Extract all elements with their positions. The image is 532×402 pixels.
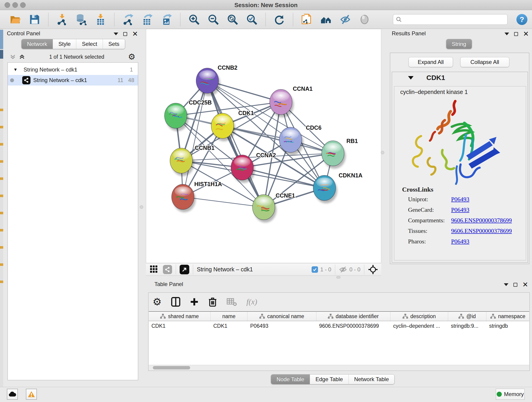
background-strip bbox=[0, 29, 3, 387]
network-edge-CCNB2-HIST1H1A[interactable] bbox=[183, 81, 207, 197]
tab-edge-table[interactable]: Edge Table bbox=[310, 375, 349, 384]
network-canvas[interactable]: CCNB2CCNA1CDC25BCDK1CDC6RB1CCNB1CCNA2CDK… bbox=[146, 29, 381, 263]
expand-all-button[interactable]: Expand All bbox=[409, 57, 453, 67]
network-node-CCNB2[interactable] bbox=[196, 68, 220, 96]
table-panel-close-icon[interactable]: ✕ bbox=[522, 282, 528, 287]
network-node-HIST1H1A[interactable] bbox=[172, 184, 196, 212]
fit-selected-crosshair-icon[interactable] bbox=[368, 264, 378, 274]
tab-string[interactable]: String bbox=[446, 39, 472, 49]
cell-shared-name[interactable]: CDK1 bbox=[149, 321, 210, 331]
control-panel-close-icon[interactable]: ✕ bbox=[132, 32, 138, 36]
import-network-icon[interactable] bbox=[56, 14, 68, 25]
add-column-icon[interactable] bbox=[190, 298, 199, 306]
network-node-CCNA2[interactable] bbox=[231, 155, 255, 183]
table-type-tabs: Node Table Edge Table Network Table bbox=[271, 374, 394, 384]
crosslink-tissues[interactable]: 9606.ENSP00000378699 bbox=[451, 228, 512, 238]
memory-button[interactable]: Memory bbox=[496, 389, 525, 400]
network-node-CDC25B[interactable] bbox=[165, 103, 189, 131]
warning-icon bbox=[28, 391, 35, 397]
network-row-selected[interactable]: String Network – cdk1 11 48 bbox=[8, 75, 138, 85]
cell-id[interactable]: stringdb:9... bbox=[448, 321, 486, 331]
control-panel-collapse-icon[interactable] bbox=[114, 32, 118, 35]
expand-all-networks-icon[interactable] bbox=[9, 53, 16, 60]
tab-sets[interactable]: Sets bbox=[103, 39, 125, 49]
import-network-from-database-icon[interactable] bbox=[76, 14, 87, 25]
zoom-out-icon[interactable] bbox=[208, 14, 219, 25]
table-panel-title: Table Panel bbox=[154, 281, 183, 287]
open-in-new-window-icon[interactable] bbox=[180, 265, 189, 274]
network-node-CCNE1[interactable] bbox=[253, 195, 277, 223]
collapse-all-networks-icon[interactable] bbox=[19, 53, 25, 60]
cell-canonical-name[interactable]: P06493 bbox=[247, 321, 317, 331]
tab-network[interactable]: Network bbox=[22, 39, 53, 49]
hide-graphics-details-icon[interactable] bbox=[340, 14, 351, 25]
help-icon[interactable]: ? bbox=[516, 14, 527, 25]
cell-database-identifier[interactable]: 9606.ENSP00000378699 bbox=[317, 321, 390, 331]
column-header-id[interactable]: @id bbox=[448, 312, 486, 321]
clone-network-icon[interactable] bbox=[301, 14, 312, 25]
collapse-all-button[interactable]: Collapse All bbox=[460, 57, 509, 67]
control-panel-float-icon[interactable] bbox=[123, 32, 127, 36]
tree-collapse-icon[interactable]: ▼ bbox=[13, 67, 18, 72]
column-header-name[interactable]: name bbox=[210, 312, 247, 321]
delete-column-icon[interactable] bbox=[208, 297, 217, 307]
cell-namespace[interactable]: stringdb bbox=[486, 321, 529, 331]
results-panel-collapse-icon[interactable] bbox=[505, 32, 509, 35]
network-options-gear-icon[interactable]: ⚙ bbox=[128, 53, 135, 60]
crosslink-genecard[interactable]: P06493 bbox=[451, 206, 469, 217]
network-node-RB1[interactable] bbox=[322, 141, 346, 169]
tab-node-table[interactable]: Node Table bbox=[271, 375, 310, 384]
network-column-icon bbox=[490, 314, 496, 319]
column-header-database-identifier[interactable]: database identifier bbox=[317, 312, 390, 321]
open-session-icon[interactable] bbox=[10, 14, 21, 25]
left-splitter-handle[interactable] bbox=[140, 205, 143, 209]
zoom-selected-icon[interactable] bbox=[246, 14, 258, 25]
export-table-icon[interactable] bbox=[142, 14, 153, 25]
search-input[interactable] bbox=[404, 16, 502, 23]
network-node-CCNA1[interactable] bbox=[270, 89, 294, 117]
crosslink-pharos[interactable]: P06493 bbox=[451, 238, 469, 249]
network-node-CDK1[interactable] bbox=[211, 113, 235, 141]
string-panel-toggle-icon[interactable] bbox=[163, 265, 172, 274]
zoom-in-icon[interactable] bbox=[188, 14, 200, 25]
node-sheen bbox=[255, 197, 272, 207]
table-horizontal-scrollbar[interactable] bbox=[149, 365, 529, 370]
status-bar: Memory bbox=[0, 387, 532, 402]
table-panel-float-icon[interactable] bbox=[513, 283, 517, 287]
cell-name[interactable]: CDK1 bbox=[210, 321, 247, 331]
refresh-icon[interactable] bbox=[273, 14, 285, 25]
tab-style[interactable]: Style bbox=[53, 39, 76, 49]
table-options-gear-icon[interactable]: ⚙ bbox=[152, 297, 162, 307]
home-networks-icon[interactable] bbox=[320, 14, 332, 25]
warning-status-button[interactable] bbox=[26, 389, 37, 400]
right-splitter-handle[interactable] bbox=[381, 151, 384, 154]
table-panel-collapse-icon[interactable] bbox=[504, 283, 508, 286]
selected-checkbox-icon[interactable] bbox=[312, 266, 318, 273]
crosslink-uniprot[interactable]: P06493 bbox=[451, 196, 469, 206]
tab-select[interactable]: Select bbox=[76, 39, 103, 49]
crosslink-compartments[interactable]: 9606.ENSP00000378699 bbox=[451, 217, 512, 228]
column-header-canonical-name[interactable]: canonical name bbox=[247, 312, 317, 321]
cloud-status-button[interactable] bbox=[7, 389, 18, 400]
column-header-shared-name[interactable]: shared name bbox=[149, 312, 210, 321]
network-node-CDC6[interactable] bbox=[279, 127, 303, 155]
network-edge-CCNB2-CCNE1[interactable] bbox=[207, 81, 264, 207]
import-table-icon[interactable] bbox=[95, 14, 106, 25]
birdseye-view-icon[interactable] bbox=[150, 264, 158, 274]
network-collection-row[interactable]: ▼ String Network – cdk1 1 bbox=[8, 64, 138, 75]
column-header-description[interactable]: description bbox=[390, 312, 448, 321]
cell-description[interactable]: cyclin–dependent ... bbox=[390, 321, 448, 331]
network-node-CDKN1A[interactable] bbox=[313, 175, 337, 203]
scrollbar-thumb[interactable] bbox=[153, 366, 190, 370]
zoom-fit-icon[interactable] bbox=[227, 14, 238, 25]
results-panel-close-icon[interactable]: ✕ bbox=[523, 32, 529, 36]
show-columns-icon[interactable] bbox=[171, 297, 180, 307]
export-image-icon[interactable] bbox=[161, 14, 172, 25]
results-panel-float-icon[interactable] bbox=[514, 32, 518, 36]
card-collapse-icon[interactable] bbox=[408, 76, 413, 80]
export-network-icon[interactable] bbox=[122, 14, 134, 25]
save-session-icon[interactable] bbox=[29, 14, 40, 25]
table-row[interactable]: CDK1 CDK1 P06493 9606.ENSP00000378699 cy… bbox=[149, 321, 529, 331]
tab-network-table[interactable]: Network Table bbox=[349, 375, 394, 384]
column-header-namespace[interactable]: namespace bbox=[486, 312, 529, 321]
